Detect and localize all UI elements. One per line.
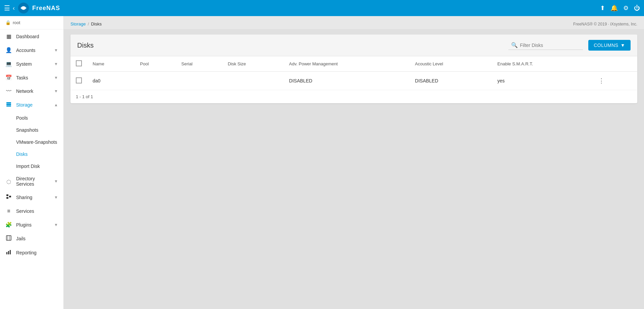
- storage-icon: [5, 102, 12, 108]
- row-action-menu-button[interactable]: ⋮: [596, 76, 607, 86]
- sidebar-sub-item-pools[interactable]: Pools: [0, 112, 63, 124]
- sidebar-item-storage[interactable]: Storage ▲: [0, 98, 63, 112]
- svg-rect-13: [10, 250, 11, 254]
- notifications-icon[interactable]: 🔔: [610, 4, 618, 12]
- sidebar-item-label: Sharing: [16, 195, 50, 200]
- sidebar-item-jails[interactable]: Jails: [0, 232, 63, 246]
- logo-icon: [17, 2, 30, 14]
- sidebar-item-label: Dashboard: [16, 34, 58, 39]
- th-smart: Enable S.M.A.R.T.: [492, 56, 590, 72]
- td-serial: [176, 72, 222, 90]
- sidebar-item-label: Reporting: [16, 250, 58, 255]
- layout: 🔒 root ▦ Dashboard 👤 Accounts ▼ 💻 System…: [0, 16, 644, 309]
- breadcrumb-current: Disks: [91, 21, 102, 26]
- username: root: [13, 20, 20, 25]
- select-all-checkbox[interactable]: [76, 60, 82, 66]
- breadcrumb: Storage / Disks FreeNAS® © 2019 · iXsyst…: [64, 16, 644, 29]
- sidebar-item-accounts[interactable]: 👤 Accounts ▼: [0, 43, 63, 57]
- sidebar-item-label: Network: [16, 88, 50, 94]
- th-pool: Pool: [135, 56, 176, 72]
- td-actions: ⋮: [590, 72, 637, 90]
- sidebar-item-label: Accounts: [16, 48, 50, 53]
- sidebar-sub-item-snapshots[interactable]: Snapshots: [0, 124, 63, 136]
- sidebar-item-network[interactable]: 〰 Network ▼: [0, 84, 63, 98]
- accounts-icon: 👤: [5, 47, 12, 53]
- breadcrumb-parent[interactable]: Storage: [70, 21, 86, 26]
- card-header: Disks 🔍 COLUMNS ▼: [70, 35, 637, 56]
- svg-rect-8: [6, 236, 11, 240]
- sidebar-item-plugins[interactable]: 🧩 Plugins ▼: [0, 218, 63, 232]
- topbar: ☰ ‹ FreeNAS ⬆ 🔔 ⚙ ⏻: [0, 0, 644, 16]
- chevron-down-icon: ▼: [54, 195, 58, 200]
- reporting-icon: [5, 249, 12, 256]
- sidebar-sub-item-vmware-snapshots[interactable]: VMware-Snapshots: [0, 136, 63, 148]
- chevron-down-icon: ▼: [54, 89, 58, 94]
- sidebar-item-sharing[interactable]: Sharing ▼: [0, 190, 63, 204]
- sidebar-item-label: Jails: [16, 236, 58, 241]
- network-icon: 〰: [5, 88, 12, 94]
- th-actions: [590, 56, 637, 72]
- sidebar-item-system[interactable]: 💻 System ▼: [0, 57, 63, 71]
- th-adv-power: Adv. Power Management: [284, 56, 409, 72]
- row-checkbox[interactable]: [76, 77, 82, 83]
- power-icon[interactable]: ⏻: [634, 5, 640, 12]
- sidebar-item-label: Storage: [16, 102, 50, 108]
- sidebar: 🔒 root ▦ Dashboard 👤 Accounts ▼ 💻 System…: [0, 16, 64, 309]
- table-row: da0 DISABLED: [70, 72, 637, 90]
- svg-rect-11: [6, 252, 7, 254]
- sidebar-item-services[interactable]: ≡ Services: [0, 204, 63, 218]
- sidebar-item-label: Services: [16, 208, 58, 214]
- td-acoustic: DISABLED: [410, 72, 492, 90]
- upload-icon[interactable]: ⬆: [600, 4, 605, 12]
- chevron-down-icon: ▼: [621, 43, 625, 48]
- td-adv-power: DISABLED: [284, 72, 409, 90]
- svg-point-1: [22, 7, 25, 10]
- main-content: Storage / Disks FreeNAS® © 2019 · iXsyst…: [64, 16, 644, 309]
- topbar-actions: ⬆ 🔔 ⚙ ⏻: [600, 4, 640, 12]
- svg-rect-2: [6, 102, 11, 104]
- svg-rect-6: [6, 197, 8, 199]
- search-box: 🔍: [508, 41, 583, 50]
- sidebar-item-directory-services[interactable]: ◌ Directory Services ▼: [0, 172, 63, 190]
- sidebar-item-tasks[interactable]: 📅 Tasks ▼: [0, 71, 63, 84]
- th-acoustic: Acoustic Level: [410, 56, 492, 72]
- services-icon: ≡: [5, 208, 12, 214]
- disks-table: Name Pool Serial Disk Size: [70, 56, 637, 90]
- sidebar-item-label: Tasks: [16, 75, 50, 80]
- tasks-icon: 📅: [5, 74, 12, 81]
- breadcrumb-separator: /: [88, 21, 89, 26]
- lock-icon: 🔒: [5, 20, 11, 25]
- td-pool: [135, 72, 176, 90]
- chevron-down-icon: ▼: [54, 223, 58, 227]
- sidebar-item-label: Directory Services: [16, 176, 50, 187]
- sidebar-item-label: System: [16, 61, 50, 67]
- chevron-up-icon: ▲: [54, 103, 58, 107]
- jails-icon: [5, 235, 12, 242]
- svg-rect-12: [8, 251, 9, 254]
- sidebar-user: 🔒 root: [0, 16, 63, 29]
- sidebar-sub-item-import-disk[interactable]: Import Disk: [0, 160, 63, 172]
- settings-icon[interactable]: ⚙: [623, 4, 629, 12]
- td-checkbox: [70, 72, 87, 90]
- chevron-down-icon: ▼: [54, 179, 58, 184]
- td-name: da0: [87, 72, 135, 90]
- sidebar-sub-item-disks[interactable]: Disks: [0, 148, 63, 160]
- dashboard-icon: ▦: [5, 33, 12, 40]
- th-disk-size: Disk Size: [222, 56, 284, 72]
- svg-rect-7: [9, 196, 11, 197]
- page-title: Disks: [77, 42, 508, 49]
- menu-icon[interactable]: ☰: [4, 4, 10, 12]
- th-name: Name: [87, 56, 135, 72]
- pagination: 1 - 1 of 1: [70, 90, 637, 103]
- sidebar-item-reporting[interactable]: Reporting: [0, 246, 63, 260]
- sidebar-item-dashboard[interactable]: ▦ Dashboard: [0, 29, 63, 43]
- copyright-text: FreeNAS® © 2019 · iXsystems, Inc.: [573, 22, 637, 26]
- search-icon: 🔍: [511, 42, 518, 48]
- svg-rect-3: [6, 104, 11, 105]
- search-input[interactable]: [520, 43, 580, 48]
- content-area: Disks 🔍 COLUMNS ▼: [64, 29, 644, 309]
- td-smart: yes: [492, 72, 590, 90]
- chevron-down-icon: ▼: [54, 48, 58, 53]
- columns-button[interactable]: COLUMNS ▼: [588, 40, 631, 51]
- back-icon[interactable]: ‹: [13, 5, 15, 12]
